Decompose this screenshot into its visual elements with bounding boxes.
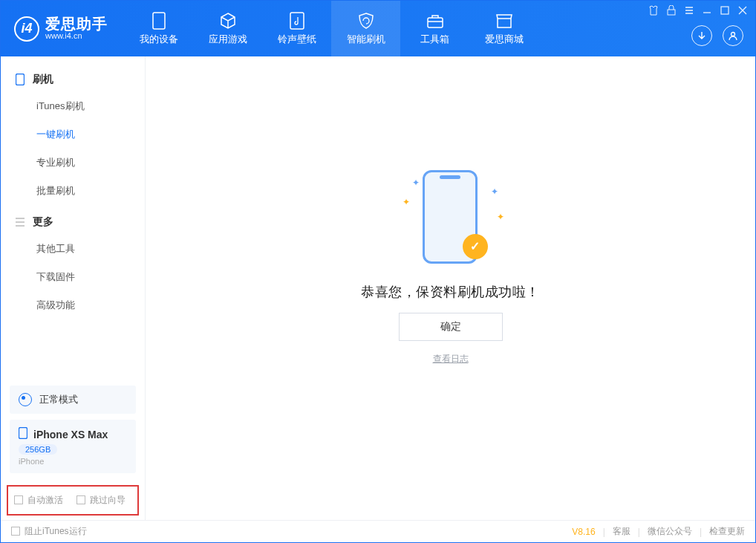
brand-name: 爱思助手: [45, 16, 108, 32]
nav-label: 工具箱: [420, 33, 449, 46]
success-message: 恭喜您，保资料刷机成功啦！: [361, 283, 540, 301]
music-file-icon: [288, 12, 306, 30]
sidebar-item-other-tools[interactable]: 其他工具: [1, 235, 145, 263]
shirt-icon[interactable]: [648, 5, 659, 16]
phone-icon: [19, 427, 27, 441]
shop-icon: [495, 12, 513, 30]
minimize-icon[interactable]: [702, 5, 712, 16]
device-type: iPhone: [19, 457, 127, 466]
nav-label: 智能刷机: [347, 33, 385, 46]
auto-activate-checkbox[interactable]: 自动激活: [14, 494, 63, 507]
sidebar-group-title: 刷机: [33, 73, 53, 86]
svg-rect-1: [290, 13, 304, 29]
close-icon[interactable]: [737, 5, 748, 16]
skip-guide-checkbox[interactable]: 跳过向导: [76, 494, 126, 507]
svg-point-5: [731, 33, 735, 36]
nav-label: 爱思商城: [485, 33, 524, 46]
ok-button[interactable]: 确定: [399, 313, 503, 341]
nav-flash[interactable]: 智能刷机: [331, 1, 400, 56]
sidebar-item-advanced[interactable]: 高级功能: [1, 291, 145, 319]
status-link-update[interactable]: 检查更新: [709, 525, 745, 538]
refresh-shield-icon: [357, 12, 375, 30]
header-actions: [691, 25, 748, 46]
flash-options-highlighted: 自动激活 跳过向导: [7, 485, 139, 516]
sidebar-group-flash: 刷机: [1, 67, 145, 92]
svg-rect-7: [19, 428, 27, 439]
maximize-icon[interactable]: [720, 5, 730, 16]
svg-rect-0: [153, 13, 165, 29]
sidebar: 刷机 iTunes刷机 一键刷机 专业刷机 批量刷机 更多 其他工具 下载固件 …: [1, 56, 146, 520]
success-result: ✦ ✦ ✦ ✦ ✓ 恭喜您，保资料刷机成功啦！ 确定 查看日志: [361, 167, 540, 365]
body: 刷机 iTunes刷机 一键刷机 专业刷机 批量刷机 更多 其他工具 下载固件 …: [1, 56, 755, 520]
download-icon[interactable]: [691, 25, 712, 46]
main-area: ✦ ✦ ✦ ✦ ✓ 恭喜您，保资料刷机成功啦！ 确定 查看日志: [146, 56, 755, 520]
success-illustration: ✦ ✦ ✦ ✦ ✓: [399, 167, 503, 271]
sidebar-item-batch-flash[interactable]: 批量刷机: [1, 177, 145, 205]
nav-toolbox[interactable]: 工具箱: [400, 1, 469, 56]
status-link-support[interactable]: 客服: [613, 525, 630, 538]
svg-rect-3: [668, 10, 675, 15]
list-icon: [14, 217, 25, 228]
device-box[interactable]: iPhone XS Max 256GB iPhone: [10, 420, 136, 473]
status-link-wechat[interactable]: 微信公众号: [648, 525, 692, 538]
version-label: V8.16: [572, 527, 595, 537]
toolbox-icon: [426, 12, 444, 30]
lock-icon[interactable]: [666, 5, 677, 16]
device-icon: [150, 12, 168, 30]
view-log-link[interactable]: 查看日志: [433, 353, 469, 365]
mode-label: 正常模式: [39, 393, 78, 406]
window-controls: [648, 5, 748, 16]
phone-icon: [14, 74, 25, 85]
sidebar-item-download-firmware[interactable]: 下载固件: [1, 263, 145, 291]
sidebar-item-oneclick-flash[interactable]: 一键刷机: [1, 120, 145, 149]
logo-area[interactable]: i4 爱思助手 www.i4.cn: [1, 1, 124, 56]
sidebar-group-more: 更多: [1, 209, 145, 235]
brand-url: www.i4.cn: [45, 32, 108, 41]
svg-rect-4: [721, 7, 729, 14]
nav-apps[interactable]: 应用游戏: [193, 1, 262, 56]
sidebar-item-pro-flash[interactable]: 专业刷机: [1, 149, 145, 177]
mode-icon: [19, 393, 32, 406]
nav-label: 应用游戏: [209, 33, 247, 46]
svg-rect-6: [16, 74, 24, 85]
sidebar-group-title: 更多: [33, 215, 53, 229]
nav-label: 铃声壁纸: [278, 33, 316, 46]
nav-my-device[interactable]: 我的设备: [124, 1, 193, 56]
user-icon[interactable]: [723, 25, 743, 46]
nav-store[interactable]: 爱思商城: [469, 1, 538, 56]
device-name: iPhone XS Max: [33, 429, 108, 440]
sidebar-item-itunes-flash[interactable]: iTunes刷机: [1, 92, 145, 120]
block-itunes-checkbox[interactable]: 阻止iTunes运行: [11, 525, 87, 538]
svg-rect-2: [428, 18, 443, 27]
cube-icon: [219, 12, 237, 30]
header: i4 爱思助手 www.i4.cn 我的设备 应用游戏 铃声壁纸 智能刷机: [1, 1, 755, 56]
nav-label: 我的设备: [140, 33, 178, 46]
app-window: i4 爱思助手 www.i4.cn 我的设备 应用游戏 铃声壁纸 智能刷机: [0, 0, 756, 543]
mode-box[interactable]: 正常模式: [10, 386, 136, 414]
logo-icon: i4: [14, 16, 39, 42]
device-storage: 256GB: [19, 444, 57, 455]
status-bar: 阻止iTunes运行 V8.16 | 客服 | 微信公众号 | 检查更新: [1, 520, 755, 542]
check-badge-icon: ✓: [463, 234, 488, 259]
menu-icon[interactable]: [684, 5, 694, 16]
nav: 我的设备 应用游戏 铃声壁纸 智能刷机 工具箱 爱思商城: [124, 1, 538, 56]
nav-ringtones[interactable]: 铃声壁纸: [262, 1, 331, 56]
